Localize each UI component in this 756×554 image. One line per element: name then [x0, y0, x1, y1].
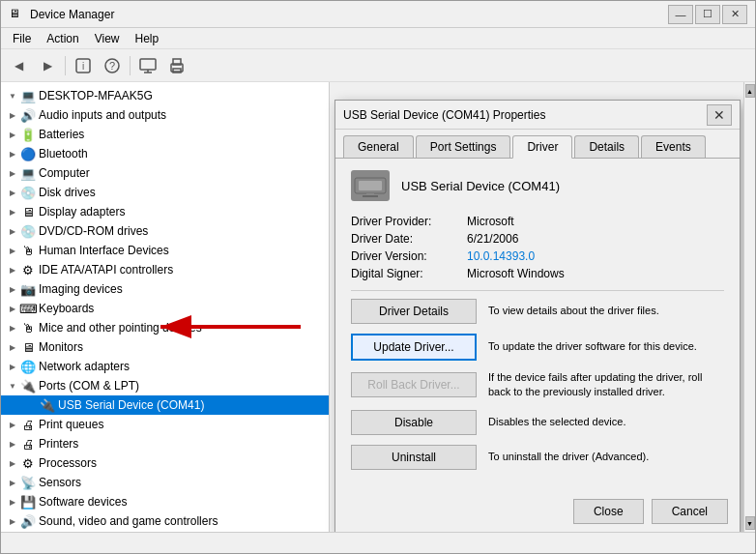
root-expander[interactable]: ▼ — [5, 86, 20, 105]
minimize-button[interactable]: — — [668, 5, 693, 24]
menu-action[interactable]: Action — [39, 30, 86, 47]
expander[interactable]: ▶ — [5, 221, 20, 241]
device-tree[interactable]: ▼ 💻 DESKTOP-MFAAK5G ▶ 🔊 Audio inputs and… — [1, 82, 330, 532]
disable-row: Disable Disables the selected device. — [351, 410, 724, 435]
list-item[interactable]: ▶ 🖨 Printers — [1, 434, 329, 453]
disk-icon: 💿 — [20, 185, 36, 200]
list-item[interactable]: ▶ 💾 Software devices — [1, 492, 329, 511]
prop-value: 6/21/2006 — [467, 232, 724, 246]
expander[interactable]: ▶ — [5, 337, 20, 357]
scrollbar[interactable]: ▲ ▼ — [743, 82, 755, 532]
list-item[interactable]: ▶ 🔊 Audio inputs and outputs — [1, 105, 329, 125]
monitors-icon: 🖥 — [20, 339, 36, 355]
list-item[interactable]: ▶ ⌨ Keyboards — [1, 299, 329, 318]
menu-view[interactable]: View — [87, 30, 128, 47]
list-item[interactable]: ▶ 📷 Imaging devices — [1, 279, 329, 299]
roll-back-button[interactable]: Roll Back Driver... — [351, 372, 477, 397]
tab-port-settings[interactable]: Port Settings — [416, 135, 511, 158]
title-bar: 🖥 Device Manager — ☐ ✕ — [1, 1, 755, 28]
driver-details-button[interactable]: Driver Details — [351, 299, 477, 324]
list-item[interactable]: ▶ ⚙ Processors — [1, 453, 329, 473]
list-item[interactable]: ▶ 💾 Storage controllers — [1, 531, 329, 532]
list-item[interactable]: ▶ 🖱 Mice and other pointing devices — [1, 318, 329, 337]
toolbar-forward[interactable]: ▶ — [34, 53, 61, 78]
expander[interactable]: ▶ — [5, 318, 20, 337]
expander[interactable]: ▶ — [5, 357, 20, 376]
tab-events[interactable]: Events — [641, 135, 706, 158]
toolbar-printer[interactable] — [163, 53, 190, 78]
expander[interactable]: ▶ — [5, 453, 20, 473]
sensors-icon: 📡 — [20, 475, 36, 490]
dialog-body: USB Serial Device (COM41) Driver Provide… — [335, 159, 740, 491]
ports-group[interactable]: ▼ 🔌 Ports (COM & LPT) — [1, 376, 329, 395]
properties-dialog: USB Serial Device (COM41) Properties ✕ G… — [334, 100, 741, 532]
scroll-up[interactable]: ▲ — [745, 84, 755, 98]
list-item[interactable]: ▶ 🔊 Sound, video and game controllers — [1, 511, 329, 531]
list-item[interactable]: ▶ 🖱 Human Interface Devices — [1, 241, 329, 260]
toolbar-help[interactable]: ? — [99, 53, 126, 78]
window-close-button[interactable]: ✕ — [722, 5, 747, 24]
tree-item-label: Sensors — [39, 476, 81, 489]
disable-button[interactable]: Disable — [351, 410, 477, 435]
update-driver-row: Update Driver... To update the driver so… — [351, 334, 724, 361]
maximize-button[interactable]: ☐ — [695, 5, 720, 24]
list-item[interactable]: ▶ 🖥 Monitors — [1, 337, 329, 357]
list-item[interactable]: ▶ 💿 Disk drives — [1, 183, 329, 202]
tree-root[interactable]: ▼ 💻 DESKTOP-MFAAK5G — [1, 86, 329, 105]
toolbar-properties[interactable]: i — [70, 53, 97, 78]
uninstall-row: Uninstall To uninstall the driver (Advan… — [351, 445, 724, 470]
expander[interactable]: ▶ — [5, 260, 20, 279]
menu-help[interactable]: Help — [128, 30, 167, 47]
expander[interactable]: ▶ — [5, 125, 20, 144]
expander[interactable]: ▶ — [5, 415, 20, 434]
expander[interactable]: ▶ — [5, 241, 20, 260]
expander[interactable]: ▶ — [5, 511, 20, 531]
ide-icon: ⚙ — [20, 262, 36, 277]
tree-item-label: Human Interface Devices — [39, 244, 169, 257]
expander[interactable]: ▶ — [5, 183, 20, 202]
bluetooth-icon: 🔵 — [20, 146, 36, 161]
tree-item-label: Print queues — [39, 418, 103, 431]
tab-details[interactable]: Details — [574, 135, 639, 158]
expander[interactable]: ▶ — [5, 492, 20, 511]
expander[interactable]: ▶ — [5, 163, 20, 183]
list-item[interactable]: ▶ 🌐 Network adapters — [1, 357, 329, 376]
tab-driver[interactable]: Driver — [512, 135, 572, 159]
imaging-icon: 📷 — [20, 281, 36, 297]
list-item[interactable]: ▶ 🔋 Batteries — [1, 125, 329, 144]
tree-item-label: Audio inputs and outputs — [39, 108, 166, 122]
usb-serial-device[interactable]: 🔌 USB Serial Device (COM41) — [1, 395, 329, 415]
ports-expander[interactable]: ▼ — [5, 376, 20, 395]
disable-desc: Disables the selected device. — [488, 415, 724, 429]
uninstall-button[interactable]: Uninstall — [351, 445, 477, 470]
menu-file[interactable]: File — [5, 30, 39, 47]
sound-icon: 🔊 — [20, 513, 36, 529]
list-item[interactable]: ▶ 📡 Sensors — [1, 473, 329, 492]
expander[interactable]: ▶ — [5, 434, 20, 453]
content-area: ▼ 💻 DESKTOP-MFAAK5G ▶ 🔊 Audio inputs and… — [1, 82, 755, 532]
update-driver-button[interactable]: Update Driver... — [351, 334, 477, 361]
dialog-footer: Close Cancel — [335, 491, 740, 532]
list-item[interactable]: ▶ ⚙ IDE ATA/ATAPI controllers — [1, 260, 329, 279]
expander[interactable]: ▶ — [5, 531, 20, 532]
expander[interactable]: ▶ — [5, 144, 20, 163]
list-item[interactable]: ▶ 🖥 Display adapters — [1, 202, 329, 221]
scroll-down[interactable]: ▼ — [745, 516, 755, 530]
expander[interactable]: ▶ — [5, 473, 20, 492]
prop-value-version: 10.0.14393.0 — [467, 249, 724, 263]
expander[interactable]: ▶ — [5, 279, 20, 299]
list-item[interactable]: ▶ 🔵 Bluetooth — [1, 144, 329, 163]
list-item[interactable]: ▶ 💿 DVD/CD-ROM drives — [1, 221, 329, 241]
close-button[interactable]: Close — [573, 499, 644, 524]
dialog-close-button[interactable]: ✕ — [707, 104, 732, 126]
cancel-button[interactable]: Cancel — [652, 499, 728, 524]
expander[interactable]: ▶ — [5, 105, 20, 125]
toolbar-back[interactable]: ◀ — [5, 53, 32, 78]
toolbar-computer[interactable] — [134, 53, 161, 78]
expander[interactable]: ▶ — [5, 202, 20, 221]
tab-general[interactable]: General — [343, 135, 414, 158]
list-item[interactable]: ▶ 🖨 Print queues — [1, 415, 329, 434]
hid-icon: 🖱 — [20, 243, 36, 258]
list-item[interactable]: ▶ 💻 Computer — [1, 163, 329, 183]
tree-item-label: Processors — [39, 456, 97, 470]
